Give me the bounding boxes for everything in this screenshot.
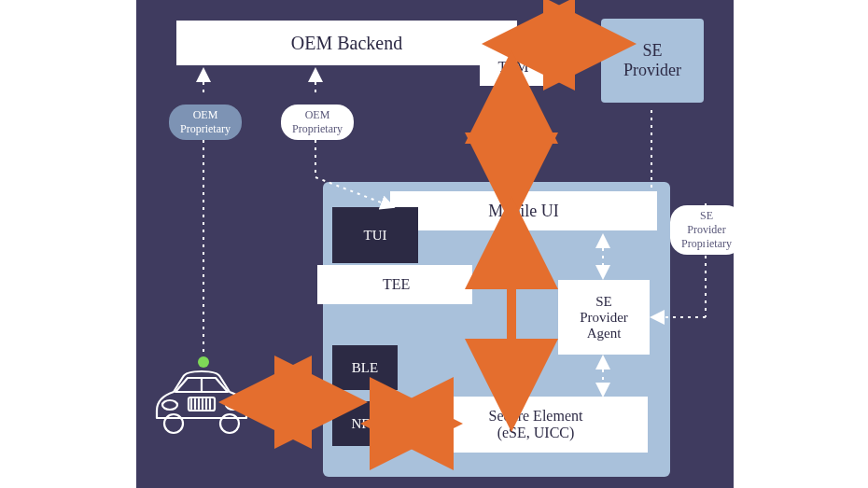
diagram-canvas: OEM Backend TSM SEProvider Mobile UI TEE… — [136, 0, 734, 488]
box-tui: TUI — [332, 207, 418, 263]
svg-point-8 — [226, 400, 241, 410]
label-oem-proprietary-2: OEMProprietary — [281, 105, 354, 140]
box-tsm: TSM — [480, 49, 547, 86]
box-tee: TEE — [317, 265, 472, 304]
box-oem-backend: OEM Backend — [176, 21, 517, 65]
car-icon — [146, 364, 258, 439]
box-ble: BLE — [332, 345, 398, 390]
svg-point-7 — [162, 400, 177, 410]
box-se-provider: SEProvider — [601, 19, 704, 103]
label-se-provider-proprietary: SE ProviderProprietary — [670, 205, 743, 255]
label-oem-proprietary-1: OEMProprietary — [169, 105, 242, 140]
box-se-provider-agent: SEProviderAgent — [558, 280, 650, 355]
box-nfc: NFC — [332, 401, 398, 446]
box-mobile-ui: Mobile UI — [390, 191, 657, 230]
box-secure-element: Secure Element(eSE, UICC) — [424, 397, 648, 453]
